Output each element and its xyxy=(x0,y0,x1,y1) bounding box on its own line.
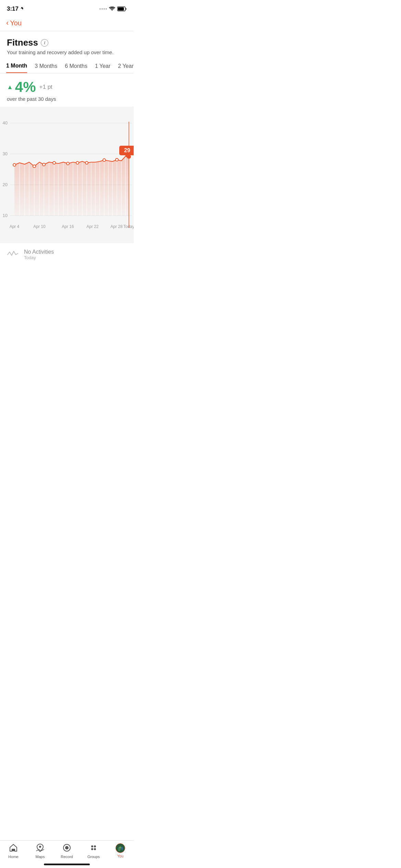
svg-point-43 xyxy=(76,161,79,164)
tab-1year[interactable]: 1 Year xyxy=(95,63,110,73)
svg-text:10: 10 xyxy=(3,213,8,218)
svg-text:30: 30 xyxy=(3,151,8,156)
page-subtitle: Your training and recovery added up over… xyxy=(7,49,127,55)
svg-point-2 xyxy=(104,8,105,10)
wifi-icon xyxy=(109,7,115,11)
svg-point-0 xyxy=(99,8,101,10)
battery-icon xyxy=(117,7,127,11)
fitness-chart[interactable]: 40 30 20 10 xyxy=(0,107,134,243)
info-icon[interactable]: i xyxy=(41,39,48,47)
page-header: Fitness i Your training and recovery add… xyxy=(0,31,134,58)
svg-text:Apr 28: Apr 28 xyxy=(110,224,123,229)
svg-point-3 xyxy=(106,8,107,10)
svg-text:Today: Today xyxy=(123,224,134,229)
tab-6months[interactable]: 6 Months xyxy=(65,63,87,73)
period-tabs: 1 Month 3 Months 6 Months 1 Year 2 Years xyxy=(0,58,134,73)
chart-svg: 40 30 20 10 xyxy=(0,111,134,242)
stat-description: over the past 30 days xyxy=(7,96,127,102)
tab-3months[interactable]: 3 Months xyxy=(35,63,57,73)
svg-rect-5 xyxy=(118,8,124,11)
status-bar: 3:17 xyxy=(0,0,134,15)
svg-point-38 xyxy=(13,164,16,166)
page-title: Fitness xyxy=(7,37,38,48)
tab-1month[interactable]: 1 Month xyxy=(6,63,27,73)
svg-text:40: 40 xyxy=(3,120,8,125)
no-activities-section: No Activities Today xyxy=(0,243,134,266)
stat-pt: +1 pt xyxy=(39,84,52,91)
svg-point-44 xyxy=(85,161,88,164)
svg-text:Apr 22: Apr 22 xyxy=(86,224,99,229)
svg-text:29: 29 xyxy=(124,147,130,153)
svg-point-42 xyxy=(66,162,69,165)
activity-icon xyxy=(7,249,19,261)
svg-point-41 xyxy=(53,161,56,164)
back-nav[interactable]: ‹ You xyxy=(0,15,134,31)
svg-point-1 xyxy=(101,8,103,10)
svg-point-39 xyxy=(33,165,36,168)
trend-arrow-icon: ▲ xyxy=(7,84,13,91)
no-activities-title: No Activities xyxy=(24,249,54,255)
location-icon xyxy=(20,7,24,11)
svg-text:Apr 16: Apr 16 xyxy=(62,224,74,229)
svg-text:Apr 10: Apr 10 xyxy=(33,224,46,229)
back-chevron-icon: ‹ xyxy=(6,19,9,27)
tab-2years[interactable]: 2 Years xyxy=(118,63,134,73)
svg-text:Apr 4: Apr 4 xyxy=(10,224,20,229)
no-activities-subtitle: Today xyxy=(24,255,54,260)
svg-point-40 xyxy=(42,163,45,166)
signal-dots-icon xyxy=(99,7,107,11)
svg-text:20: 20 xyxy=(3,182,8,187)
status-icons xyxy=(99,7,127,11)
back-label: You xyxy=(10,19,22,27)
stat-percent: 4% xyxy=(15,79,36,95)
stats-area: ▲ 4% +1 pt over the past 30 days xyxy=(0,73,134,105)
svg-point-45 xyxy=(103,159,106,161)
svg-point-46 xyxy=(116,158,118,161)
status-time: 3:17 xyxy=(7,5,24,12)
